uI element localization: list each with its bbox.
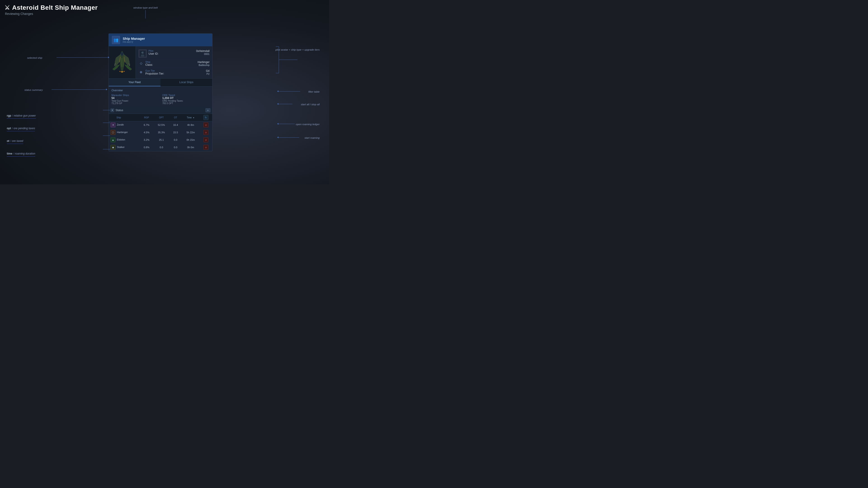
opt-annotation: opt / ore pending taxes	[7, 126, 35, 130]
svg-point-6	[121, 71, 123, 72]
col-action: ↻	[199, 114, 212, 121]
tier-row: ⊕ Gun Tier Propulsion Tier: G4 P2	[138, 68, 210, 76]
tab-your-fleet[interactable]: Your Fleet	[109, 78, 160, 86]
time-keyword: time	[7, 152, 12, 155]
ship-name-text: Harbinger	[117, 131, 128, 133]
time-desc: roaming duration	[15, 152, 35, 155]
svg-marker-3	[113, 65, 120, 70]
rgp-annotation: rgp / relative gun power	[7, 113, 36, 118]
ot-cell: 16.4	[169, 121, 182, 129]
rgp-keyword: rgp	[7, 114, 11, 117]
status-summary-label: status summary	[24, 89, 43, 91]
selected-ship-label: selected ship	[27, 57, 42, 59]
panel-header: 👥 Ship Manager FR-M07Z	[109, 34, 212, 46]
tab-local-ships[interactable]: Local Ships	[160, 78, 212, 86]
fleet-table: Ship RGP OPT OT Time ▼ ↻ ✦Zenith6.7%52.5…	[109, 114, 212, 151]
start-roaming-label: start roaming	[305, 136, 320, 139]
ship-image-box[interactable]	[109, 46, 136, 78]
action-cell[interactable]: ⊘	[199, 121, 212, 129]
time-cell: 5h 22m	[182, 129, 199, 136]
status-summary-annotation: status summary	[24, 88, 43, 92]
gun-tier-val: G4	[206, 69, 210, 72]
time-cell: 4h 8m	[182, 121, 199, 129]
svg-rect-16	[129, 64, 130, 66]
window-type-line-v	[145, 10, 146, 19]
rgp-cell: 6.7%	[140, 121, 153, 129]
refresh-button[interactable]: ↻	[204, 115, 209, 120]
marauder-value: 54	[112, 96, 159, 100]
rgp-cell: 4.5%	[140, 129, 153, 136]
table-row[interactable]: ◆Stalker0.8%0.00.00h 0m⊘	[109, 144, 212, 151]
app-subtitle: Reviewing Changes	[5, 12, 98, 15]
ship-row-icon: ⬡	[111, 130, 116, 135]
pilot-info-line	[279, 60, 298, 60]
table-row[interactable]: ✦Zenith6.7%52.5%16.44h 8m⊘	[109, 121, 212, 129]
overview-section: Overview Marauder Ships 54 Total Gun Pow…	[109, 87, 212, 106]
filter-button[interactable]: ≡	[206, 108, 211, 112]
sort-arrow: ▼	[193, 117, 195, 119]
pilot-userid-label: User ID:	[149, 52, 158, 55]
ore-pending-value: 783.5 OPT	[162, 102, 210, 105]
ship-class-val: Battleship	[197, 64, 210, 66]
time-cell: 0h 15m	[182, 136, 199, 144]
main-panel: 👥 Ship Manager FR-M07Z	[108, 33, 213, 151]
panel-subtitle: FR-M07Z	[123, 41, 145, 43]
marauder-label: Marauder Ships	[112, 94, 159, 96]
fleet-table-header-row: Ship RGP OPT OT Time ▼ ↻	[109, 114, 212, 121]
opt-cell: 0.0	[153, 144, 169, 151]
roaming-action-button[interactable]: ⊘	[204, 130, 209, 135]
rgp-desc: relative gun power	[13, 114, 36, 117]
pilot-avatar-img	[140, 51, 146, 57]
marauder-ships-stat: Marauder Ships 54 Total Gun Power: 73,27…	[112, 94, 159, 105]
pilot-userid: 0001	[196, 53, 210, 55]
ledger-arrow	[277, 123, 278, 125]
roaming-action-button[interactable]: ⊘	[204, 137, 209, 142]
svg-rect-14	[114, 64, 115, 66]
ship-name-text: Stalker	[117, 146, 125, 149]
col-ship: Ship	[109, 114, 140, 121]
filter-line	[278, 91, 300, 92]
action-cell[interactable]: ⊘	[199, 136, 212, 144]
gun-power-value: 73,278 GP	[112, 102, 159, 105]
fleet-table-head: Ship RGP OPT OT Time ▼ ↻	[109, 114, 212, 121]
col-time[interactable]: Time ▼	[182, 114, 199, 121]
opt-cell: 25.1	[153, 136, 169, 144]
prop-tier-label: Propulsion Tier:	[145, 72, 164, 75]
collapse-button[interactable]: ▼	[111, 108, 114, 112]
table-row[interactable]: ⬡Harbinger4.5%35.3%15.55h 22m⊘	[109, 129, 212, 136]
svg-rect-15	[129, 63, 129, 66]
svg-point-21	[142, 53, 143, 53]
rgp-cell: 0.8%	[140, 144, 153, 151]
filter-table-label: filter table	[308, 90, 320, 93]
start-roaming-arrow	[277, 136, 278, 138]
table-row[interactable]: ▲Eldolon3.2%25.10.00h 15m⊘	[109, 136, 212, 144]
svg-point-8	[123, 71, 125, 72]
overview-title: Overview	[112, 89, 210, 92]
ot-cell: 0.0	[169, 136, 182, 144]
status-table: ▼ Status ≡ Ship RGP OPT OT Time ▼ ↻	[109, 107, 212, 151]
window-type-annotation-area: window type and belt	[133, 6, 158, 19]
ship-label: Ship	[145, 61, 153, 63]
svg-point-7	[119, 71, 121, 72]
start-roaming-annotation: start roaming	[305, 135, 320, 140]
roaming-action-button[interactable]: ⊘	[204, 145, 209, 150]
panel-tabs: Your Fleet Local Ships	[109, 78, 212, 87]
app-title: ⚔ Asteroid Belt Ship Manager	[4, 4, 98, 11]
pilot-info-annotation: pilot avatar + ship type + upgrade tiers	[275, 47, 320, 52]
opt-line	[103, 123, 110, 123]
panel-header-icon: 👥	[112, 36, 120, 44]
panel-title: Ship Manager	[123, 37, 145, 40]
status-table-header: ▼ Status ≡	[109, 107, 212, 114]
rgp-cell: 3.2%	[140, 136, 153, 144]
ship-name-cell: ▲Eldolon	[109, 136, 140, 144]
swords-icon: ⚔	[4, 4, 10, 11]
svg-marker-4	[125, 65, 132, 70]
opt-cell: 35.3%	[153, 129, 169, 136]
ship-name-cell: ✦Zenith	[109, 121, 140, 129]
action-cell[interactable]: ⊘	[199, 144, 212, 151]
roaming-action-button[interactable]: ⊘	[204, 123, 209, 127]
status-title: Status	[116, 109, 204, 112]
action-cell[interactable]: ⊘	[199, 129, 212, 136]
fleet-table-body: ✦Zenith6.7%52.5%16.44h 8m⊘⬡Harbinger4.5%…	[109, 121, 212, 151]
pilot-username: 0xHeimdall	[196, 50, 210, 53]
